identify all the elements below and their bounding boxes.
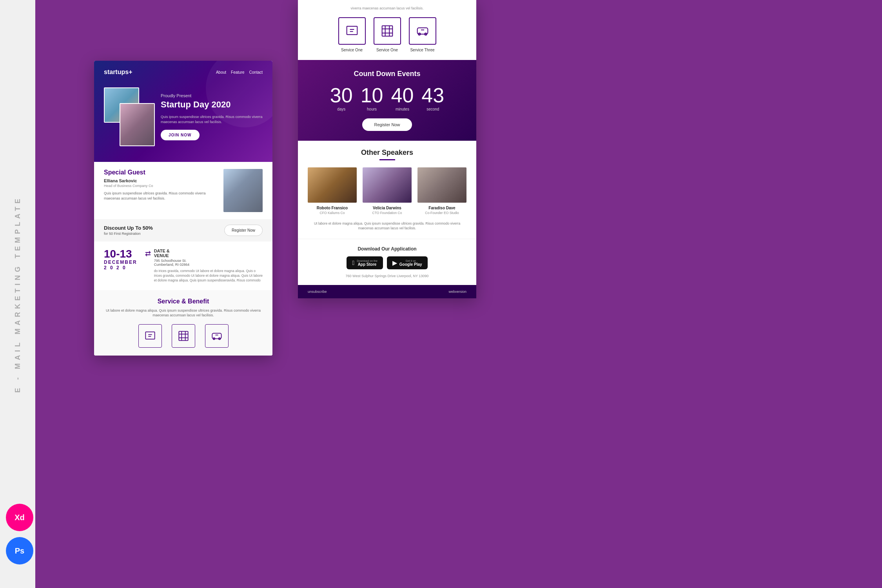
guest-name: Elliana Sarkovic	[104, 178, 218, 183]
date-month: DECEMBER	[104, 260, 137, 265]
speaker-name-3: Faradiso Dave	[417, 206, 466, 210]
venue-label: DATE &VENUE	[154, 249, 263, 258]
countdown-seconds-label: second	[421, 107, 444, 111]
google-play-icon: ▶	[392, 259, 397, 267]
speakers-title: Other Speakers	[308, 149, 466, 157]
services-top-desc: viverra maecenas accumsan lacus vel faci…	[308, 6, 466, 11]
speaker-photo-1	[308, 167, 357, 203]
speaker-role-1: CFO Kaliums Co	[308, 211, 357, 215]
appstore-name: App Store	[357, 262, 377, 267]
speaker-name-2: Velicia Darwins	[363, 206, 412, 210]
countdown-hours-label: hours	[361, 107, 383, 111]
service-name-2: Service One	[376, 48, 398, 52]
email-header: startups+ About Feature Contact Proudly …	[94, 61, 272, 162]
guest-info: Special Guest Elliana Sarkovic Head of B…	[104, 169, 218, 212]
googleplay-text: Get it on Google Play	[399, 260, 422, 267]
discount-text: Discount Up To 50% for 50 First Registra…	[104, 225, 153, 236]
svg-rect-12	[347, 26, 357, 34]
countdown-hours-num: 10	[361, 85, 383, 105]
countdown-minutes-num: 40	[391, 85, 414, 105]
hero-subtitle: Proudly Present	[161, 93, 263, 98]
guest-photo	[223, 169, 263, 212]
countdown-section: Count Down Events 30 days 10 hours 40 mi…	[298, 60, 476, 141]
download-title: Download Our Application	[308, 246, 466, 252]
venue-address-2: Cumberland, RI 02864	[154, 263, 263, 267]
countdown-minutes-label: minutes	[391, 107, 414, 111]
join-now-button[interactable]: JOIN NOW	[161, 130, 200, 140]
googleplay-label: Get it on	[399, 260, 422, 262]
apple-icon: 	[352, 260, 354, 267]
service-icon-2	[172, 324, 195, 348]
hero-title: Startup Day 2020	[161, 100, 263, 110]
speaker-name-1: Roboto Fransico	[308, 206, 357, 210]
ps-icon: Ps	[6, 537, 33, 564]
discount-subtitle: for 50 First Registration	[104, 232, 153, 236]
right-email-template: viverra maecenas accumsan lacus vel faci…	[298, 0, 476, 298]
speakers-footer-text: Ut labore et dolore magna aliqua. Quis i…	[308, 221, 466, 231]
logo: startups+	[104, 69, 132, 76]
date-section: 10-13 DECEMBER 2 0 2 0	[104, 249, 137, 283]
countdown-hours: 10 hours	[361, 85, 383, 111]
speakers-grid: Roboto Fransico CFO Kaliums Co Velicia D…	[308, 167, 466, 215]
countdown-title: Count Down Events	[306, 70, 468, 78]
service-icon-1	[138, 324, 162, 348]
venue-description: do Irices gravida, commodo Ut labore et …	[154, 269, 263, 283]
service-item-1: Service One	[338, 17, 366, 52]
appstore-label: Download on the	[357, 260, 377, 262]
speaker-photo-3	[417, 167, 466, 203]
nav-link-contact[interactable]: Contact	[249, 70, 263, 74]
register-now-button-right[interactable]: Register Now	[362, 118, 412, 131]
guest-role: Head of Business Company Co	[104, 184, 218, 188]
discount-banner: Discount Up To 50% for 50 First Registra…	[94, 219, 272, 241]
service-icon-large-2	[374, 17, 401, 45]
nav-link-feature[interactable]: Feature	[231, 70, 244, 74]
venue-section: ⇄ DATE &VENUE 795 Schoolhouse St. Cumber…	[145, 249, 263, 283]
service-item-2: Service One	[374, 17, 401, 52]
guest-section-title: Special Guest	[104, 169, 218, 176]
countdown-days-num: 30	[330, 85, 353, 105]
speaker-item-2: Velicia Darwins CTO Foundation Co	[363, 167, 412, 215]
app-address: 760 West Sulphur Springs Drive Liverpool…	[308, 274, 466, 278]
hero-description: Quis ipsum suspendisse ultrices gravida.…	[161, 114, 263, 124]
service-icon-3	[205, 324, 229, 348]
countdown-numbers: 30 days 10 hours 40 minutes 43 second	[306, 85, 468, 111]
service-item-3: Service Three	[409, 17, 436, 52]
googleplay-button[interactable]: ▶ Get it on Google Play	[387, 256, 428, 269]
app-buttons:  Download on the App Store ▶ Get it on …	[308, 256, 466, 269]
venue-details: DATE &VENUE 795 Schoolhouse St. Cumberla…	[154, 249, 263, 283]
hero-content: Proudly Present Startup Day 2020 Quis ip…	[104, 83, 263, 150]
date-range: 10-13	[104, 249, 137, 260]
register-now-button-left[interactable]: Register Now	[224, 225, 263, 236]
svg-rect-0	[145, 332, 154, 339]
nav-bar: startups+ About Feature Contact	[104, 69, 263, 76]
services-top-section: viverra maecenas accumsan lacus vel faci…	[298, 0, 476, 60]
speaker-item-3: Faradiso Dave Co-Founder EO Studio	[417, 167, 466, 215]
svg-rect-3	[179, 331, 188, 340]
venue-address-1: 795 Schoolhouse St.	[154, 259, 263, 263]
hero-images	[104, 87, 155, 146]
services-grid-right: Service One Service One	[308, 17, 466, 52]
vertical-label: E - MAIL MARKETING TEMPLATE	[14, 196, 22, 392]
service-benefit-description: Ut labore et dolore magna aliqua. Quis i…	[104, 308, 263, 318]
countdown-minutes: 40 minutes	[391, 85, 414, 111]
service-name-3: Service Three	[410, 48, 434, 52]
service-benefit-title: Service & Benefit	[104, 298, 263, 305]
other-speakers-section: Other Speakers Roboto Fransico CFO Kaliu…	[298, 141, 476, 239]
webversion-link[interactable]: webversion	[448, 290, 466, 294]
venue-icon: ⇄	[145, 249, 151, 258]
nav-links: About Feature Contact	[216, 70, 263, 74]
nav-link-about[interactable]: About	[216, 70, 226, 74]
unsubscribe-link[interactable]: unsubscribe	[308, 290, 327, 294]
countdown-days: 30 days	[330, 85, 353, 111]
appstore-text: Download on the App Store	[357, 260, 377, 267]
svg-rect-15	[382, 25, 392, 36]
guest-description: Quis ipsum suspendisse ultrices gravida.…	[104, 191, 218, 201]
tool-icons-container: Xd Ps	[6, 504, 33, 564]
left-email-template: startups+ About Feature Contact Proudly …	[94, 61, 272, 356]
service-icon-large-3	[409, 17, 436, 45]
date-venue-section: 10-13 DECEMBER 2 0 2 0 ⇄ DATE &VENUE 795…	[94, 241, 272, 290]
email-footer: unsubscribe webversion	[298, 285, 476, 298]
appstore-button[interactable]:  Download on the App Store	[347, 256, 383, 269]
hero-text: Proudly Present Startup Day 2020 Quis ip…	[161, 93, 263, 141]
countdown-seconds-num: 43	[421, 85, 444, 105]
